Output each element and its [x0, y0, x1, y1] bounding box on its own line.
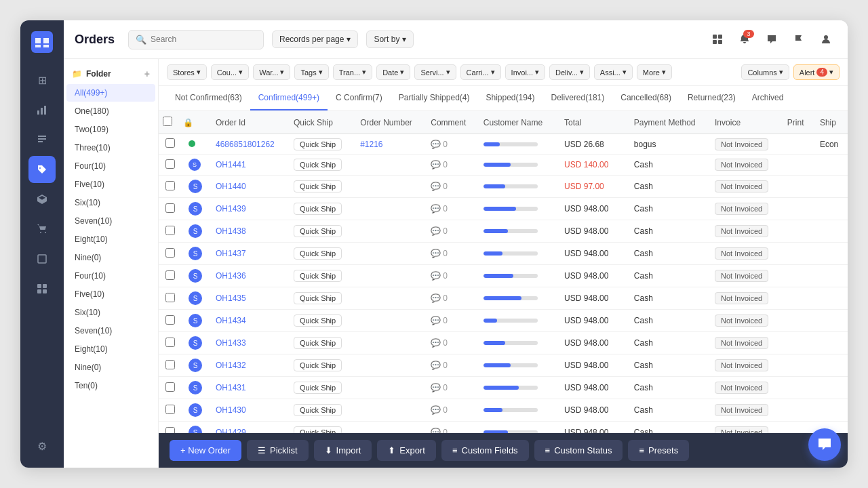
tab-cancelled[interactable]: Cancelled(68) — [612, 86, 679, 110]
tab-archived[interactable]: Archived — [744, 86, 792, 110]
folder-item-eight[interactable]: Eight(10) — [66, 230, 155, 248]
col-comment[interactable]: Comment — [424, 111, 477, 134]
folder-item-five[interactable]: Five(10) — [66, 176, 155, 193]
filter-stores[interactable]: Stores ▾ — [167, 64, 207, 80]
add-folder-icon[interactable]: + — [144, 68, 150, 79]
order-id-link[interactable]: 4686851801262 — [216, 140, 275, 149]
filter-carrier[interactable]: Carri... ▾ — [460, 64, 501, 80]
folder-item-six2[interactable]: Six(10) — [66, 304, 155, 321]
chat-bubble[interactable] — [808, 428, 841, 461]
filter-tags[interactable]: Tags ▾ — [294, 64, 328, 80]
records-per-page-btn[interactable]: Records per page ▾ — [272, 30, 358, 48]
export-button[interactable]: ⬆ Export — [377, 440, 436, 461]
filter-assign[interactable]: Assi... ▾ — [594, 64, 633, 80]
sidebar-item-reports[interactable] — [28, 245, 56, 272]
row-invoice[interactable]: Not Invoiced — [708, 176, 781, 198]
row-checkbox[interactable] — [159, 176, 182, 198]
sidebar-item-tags[interactable] — [28, 156, 56, 183]
row-quick-ship[interactable]: Quick Ship — [287, 176, 353, 198]
folder-header[interactable]: 📁 Folder + — [64, 64, 158, 83]
presets-button[interactable]: ≡ Presets — [628, 440, 689, 461]
folder-item-nine[interactable]: Nine(0) — [66, 249, 155, 266]
col-customer-name[interactable]: Customer Name — [477, 111, 557, 134]
sidebar-item-analytics[interactable] — [28, 96, 56, 123]
row-order-id[interactable]: OH1440 — [209, 176, 287, 198]
folder-item-five2[interactable]: Five(10) — [66, 285, 155, 303]
filter-country[interactable]: Cou... ▾ — [211, 64, 249, 80]
search-input[interactable] — [151, 35, 245, 44]
sidebar-item-dashboard[interactable]: ⊞ — [28, 66, 56, 94]
new-order-button[interactable]: + New Order — [170, 440, 241, 461]
sidebar-item-orders[interactable] — [28, 126, 56, 153]
row-order-id[interactable]: OH1441 — [209, 155, 287, 176]
tab-shipped[interactable]: Shipped(194) — [477, 86, 542, 110]
folder-item-six[interactable]: Six(10) — [66, 194, 155, 211]
select-all-checkbox[interactable] — [163, 117, 172, 126]
col-order-number[interactable]: Order Number — [353, 111, 424, 134]
col-order-id[interactable]: Order Id — [209, 111, 287, 134]
row-checkbox[interactable] — [159, 155, 182, 176]
folder-item-three[interactable]: Three(10) — [66, 139, 155, 157]
folder-item-nine2[interactable]: Nine(0) — [66, 359, 155, 376]
col-payment-method[interactable]: Payment Method — [627, 111, 708, 134]
chevron-down-icon: ▾ — [446, 68, 450, 77]
app-logo — [28, 28, 56, 56]
search-box[interactable]: 🔍 — [128, 30, 264, 49]
chat-btn[interactable] — [761, 28, 783, 50]
col-ship[interactable]: Ship — [813, 111, 848, 134]
tab-returned[interactable]: Returned(23) — [679, 86, 744, 110]
folder-item-seven2[interactable]: Seven(10) — [66, 322, 155, 340]
col-invoice[interactable]: Invoice — [708, 111, 781, 134]
col-total[interactable]: Total — [557, 111, 627, 134]
select-all-col[interactable] — [159, 111, 182, 134]
custom-status-button[interactable]: ≡ Custom Status — [534, 440, 623, 461]
sidebar-item-settings[interactable]: ⚙ — [28, 432, 56, 460]
tab-c-confirm[interactable]: C Confirm(7) — [328, 86, 391, 110]
sidebar-item-integrations[interactable] — [28, 275, 56, 302]
row-invoice[interactable]: Not Invoiced — [708, 134, 781, 155]
filter-date[interactable]: Date ▾ — [376, 64, 410, 80]
flag-btn[interactable] — [788, 28, 810, 50]
filter-service[interactable]: Servi... ▾ — [414, 64, 456, 80]
export-icon: ⬆ — [388, 445, 395, 455]
picklist-button[interactable]: ☰ Picklist — [247, 440, 308, 461]
tab-not-confirmed[interactable]: Not Confirmed(63) — [167, 86, 250, 110]
sort-by-btn[interactable]: Sort by ▾ — [366, 30, 414, 48]
folder-item-four2[interactable]: Four(10) — [66, 267, 155, 285]
col-print[interactable]: Print — [781, 111, 813, 134]
row-invoice[interactable]: Not Invoiced — [708, 155, 781, 176]
row-quick-ship[interactable]: Quick Ship — [287, 134, 353, 155]
filter-warehouse[interactable]: War... ▾ — [253, 64, 290, 80]
row-order-id[interactable]: 4686851801262 — [209, 134, 287, 155]
row-quick-ship[interactable]: Quick Ship — [287, 155, 353, 176]
folder-item-four[interactable]: Four(10) — [66, 157, 155, 175]
tab-partially-shipped[interactable]: Partially Shipped(4) — [391, 86, 478, 110]
grid-view-btn[interactable] — [707, 28, 728, 50]
filter-invoice[interactable]: Invoi... ▾ — [505, 64, 545, 80]
user-btn[interactable] — [815, 28, 837, 50]
row-checkbox[interactable] — [159, 134, 182, 155]
filter-delivery[interactable]: Deliv... ▾ — [549, 64, 590, 80]
filter-more[interactable]: More ▾ — [637, 64, 672, 80]
row-order-number[interactable]: #1216 — [353, 134, 424, 155]
order-id-link[interactable]: OH1441 — [216, 160, 246, 169]
alert-btn[interactable]: Alert 4 ▾ — [793, 64, 840, 80]
folder-item-ten[interactable]: Ten(0) — [66, 377, 155, 394]
folder-item-eight2[interactable]: Eight(10) — [66, 340, 155, 358]
col-quick-ship[interactable]: Quick Ship — [287, 111, 353, 134]
notification-btn[interactable]: 3 — [734, 28, 755, 50]
sidebar-item-cart[interactable] — [28, 216, 56, 243]
tab-confirmed[interactable]: Confirmed(499+) — [250, 86, 328, 110]
filter-transaction[interactable]: Tran... ▾ — [333, 64, 372, 80]
sidebar-item-products[interactable] — [28, 186, 56, 213]
row-print — [781, 134, 813, 155]
table-row: S OH1434 Quick Ship 💬 0 USD 948.00Cash N… — [159, 310, 848, 332]
columns-btn[interactable]: Columns ▾ — [741, 64, 789, 80]
custom-fields-button[interactable]: ≡ Custom Fields — [441, 440, 529, 461]
import-button[interactable]: ⬇ Import — [314, 440, 372, 461]
folder-item-seven[interactable]: Seven(10) — [66, 212, 155, 230]
folder-item-all[interactable]: All(499+) — [66, 84, 155, 102]
tab-delivered[interactable]: Delivered(181) — [543, 86, 613, 110]
folder-item-one[interactable]: One(180) — [66, 102, 155, 120]
folder-item-two[interactable]: Two(109) — [66, 121, 155, 138]
